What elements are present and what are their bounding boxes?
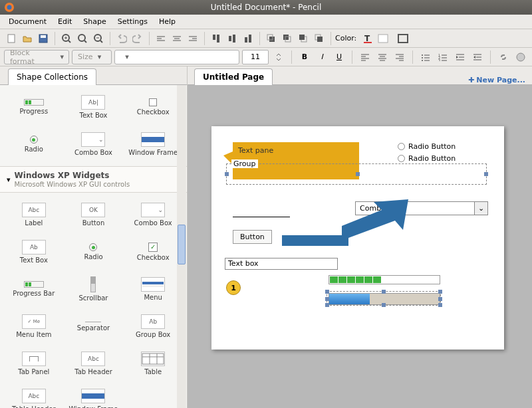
menu-settings[interactable]: Settings bbox=[113, 16, 152, 27]
svg-point-1 bbox=[7, 5, 12, 10]
save-button[interactable] bbox=[36, 31, 51, 46]
shape-radio-2[interactable]: Radio Button bbox=[398, 154, 456, 163]
bold-button[interactable]: B bbox=[297, 50, 312, 64]
svg-point-57 bbox=[422, 60, 423, 61]
shape-stencil[interactable]: AbGroup Box bbox=[124, 308, 182, 344]
underline-button[interactable]: U bbox=[332, 50, 346, 64]
canvas[interactable]: Text pane Group Radio Button Radio Butto… bbox=[188, 85, 532, 408]
indent-button[interactable] bbox=[453, 50, 467, 64]
page[interactable]: Text pane Group Radio Button Radio Butto… bbox=[211, 126, 504, 350]
shape-stencil[interactable]: Window Frame bbox=[124, 126, 182, 162]
menu-document[interactable]: Document bbox=[4, 16, 51, 27]
numbered-list-button[interactable]: 123 bbox=[436, 50, 450, 64]
shape-progress-segmented[interactable] bbox=[329, 275, 440, 284]
shape-progress-bar-selected[interactable] bbox=[327, 291, 441, 306]
shape-button[interactable]: Button bbox=[233, 230, 272, 244]
new-page-button[interactable]: ✚ New Page... bbox=[468, 76, 525, 84]
shape-stencil[interactable]: Menu bbox=[124, 271, 182, 307]
font-family-select[interactable]: ▾ bbox=[114, 50, 239, 64]
shape-number-badge[interactable]: 1 bbox=[226, 280, 241, 295]
group-label: Group bbox=[231, 159, 258, 168]
shape-stencil[interactable]: ✓Checkbox bbox=[124, 234, 182, 270]
zoom-in-button[interactable] bbox=[59, 31, 74, 46]
svg-rect-36 bbox=[317, 37, 323, 42]
valign-middle-button[interactable] bbox=[225, 31, 239, 46]
shape-stencil[interactable]: Window Frame bbox=[65, 383, 122, 408]
shape-arrow[interactable] bbox=[275, 197, 408, 243]
group-header-xp[interactable]: ▾ Windows XP Widgets Microsoft Windows X… bbox=[0, 166, 187, 193]
format-toolbar: Block format▾ Size▾ ▾ 11 B I U 123 bbox=[0, 48, 532, 66]
sidebar-scrollbar[interactable] bbox=[177, 85, 186, 408]
shape-stencil[interactable]: Table bbox=[124, 346, 182, 381]
svg-line-12 bbox=[100, 41, 102, 43]
unlink-button[interactable] bbox=[513, 50, 528, 64]
zoom-out-button[interactable] bbox=[91, 31, 106, 46]
stroke-color-button[interactable] bbox=[396, 31, 415, 46]
link-button[interactable] bbox=[496, 50, 511, 64]
shape-stencil[interactable]: Checkbox bbox=[124, 89, 182, 125]
app-icon bbox=[4, 2, 15, 13]
shape-stencil[interactable]: AbcLabel bbox=[5, 197, 63, 233]
align-center-button[interactable] bbox=[170, 31, 184, 46]
align-left-button[interactable] bbox=[154, 31, 168, 46]
shape-stencil[interactable]: Tab Panel bbox=[5, 346, 63, 381]
svg-line-6 bbox=[68, 41, 70, 43]
bullet-list-button[interactable] bbox=[418, 50, 433, 64]
svg-point-55 bbox=[422, 57, 423, 58]
shape-stencil[interactable]: Progress bbox=[5, 89, 63, 125]
text-align-center-button[interactable] bbox=[375, 50, 390, 64]
zoom-reset-button[interactable] bbox=[75, 31, 90, 46]
shape-stencil[interactable]: Progress Bar bbox=[5, 271, 63, 307]
text-align-right-button[interactable] bbox=[392, 50, 407, 64]
svg-point-53 bbox=[422, 54, 423, 56]
valign-top-button[interactable] bbox=[209, 31, 223, 46]
valign-bottom-button[interactable] bbox=[241, 31, 255, 46]
tab-untitled-page[interactable]: Untitled Page bbox=[194, 68, 273, 85]
shape-stencil[interactable]: Radio bbox=[5, 126, 63, 162]
undo-button[interactable] bbox=[114, 31, 129, 46]
shape-stencil[interactable]: Scrollbar bbox=[65, 271, 122, 307]
bring-forward-button[interactable] bbox=[280, 31, 295, 46]
shape-stencil[interactable]: ✓ MeMenu Item bbox=[5, 308, 63, 344]
shape-stencil[interactable]: Ab|Text Box bbox=[65, 89, 122, 125]
new-document-button[interactable] bbox=[4, 31, 19, 46]
block-format-select[interactable]: Block format▾ bbox=[4, 50, 69, 64]
outdent-button[interactable] bbox=[470, 50, 485, 64]
menu-shape[interactable]: Shape bbox=[78, 16, 110, 27]
shape-stencil[interactable]: Separator bbox=[65, 308, 122, 344]
shape-stencil[interactable]: Radio bbox=[65, 234, 122, 270]
text-color-button[interactable]: T bbox=[360, 31, 375, 46]
svg-line-10 bbox=[84, 41, 86, 43]
svg-point-71 bbox=[517, 53, 525, 61]
shape-stencil[interactable]: ⌄Combo Box bbox=[65, 126, 122, 162]
shape-text-box[interactable]: Text box bbox=[225, 258, 338, 270]
svg-rect-39 bbox=[378, 35, 388, 43]
size-select[interactable]: Size▾ bbox=[72, 50, 112, 64]
font-size-spinner[interactable] bbox=[271, 50, 286, 64]
redo-button[interactable] bbox=[130, 31, 145, 46]
shape-stencil[interactable]: AbcTab Header bbox=[65, 346, 122, 381]
menu-edit[interactable]: Edit bbox=[53, 16, 76, 27]
send-backward-button[interactable] bbox=[296, 31, 311, 46]
send-back-button[interactable] bbox=[312, 31, 327, 46]
align-right-button[interactable] bbox=[186, 31, 200, 46]
shape-stencil[interactable]: AbcTable Header bbox=[5, 383, 63, 408]
svg-point-9 bbox=[78, 35, 85, 41]
font-size-input[interactable]: 11 bbox=[242, 50, 269, 64]
italic-button[interactable]: I bbox=[315, 50, 329, 64]
menu-help[interactable]: Help bbox=[154, 16, 180, 27]
shape-group-box[interactable] bbox=[226, 163, 487, 185]
sidebar: Shape Collections ProgressAb|Text BoxChe… bbox=[0, 66, 188, 408]
fill-color-button[interactable] bbox=[376, 31, 395, 46]
svg-rect-31 bbox=[283, 35, 289, 40]
shape-radio-1[interactable]: Radio Button bbox=[398, 142, 456, 151]
svg-rect-29 bbox=[269, 37, 275, 42]
shape-stencil[interactable]: OKButton bbox=[65, 197, 122, 233]
shape-stencil[interactable]: AbText Box bbox=[5, 234, 63, 270]
tab-shape-collections[interactable]: Shape Collections bbox=[8, 68, 96, 85]
bring-front-button[interactable] bbox=[264, 31, 279, 46]
svg-rect-26 bbox=[233, 35, 235, 43]
text-align-left-button[interactable] bbox=[358, 50, 372, 64]
open-button[interactable] bbox=[20, 31, 35, 46]
shape-stencil[interactable]: ⌄Combo Box bbox=[124, 197, 182, 233]
